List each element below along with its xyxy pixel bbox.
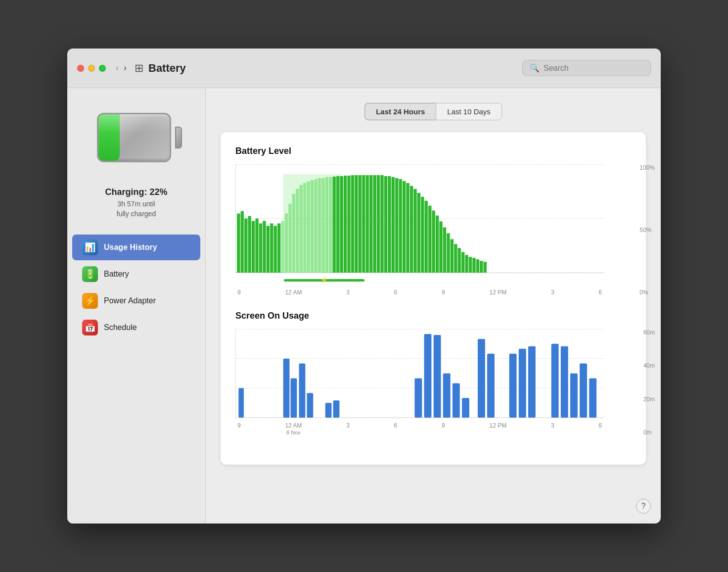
svg-rect-40 [380,175,383,273]
forward-arrow[interactable]: › [124,63,127,73]
last-10-days-button[interactable]: Last 10 Days [436,103,502,120]
maximize-button[interactable] [99,65,106,72]
screen-usage-title: Screen On Usage [235,311,631,321]
svg-rect-54 [432,211,435,273]
segment-control: Last 24 Hours Last 10 Days [221,103,646,120]
battery-level-chart: ⚡ [235,164,604,273]
svg-rect-71 [291,378,297,418]
svg-rect-45 [399,179,402,273]
svg-rect-25 [325,177,328,273]
sidebar-item-schedule[interactable]: 📅 Schedule [72,315,200,340]
svg-rect-46 [403,181,406,273]
close-button[interactable] [77,65,84,72]
battery-nav-icon: 🔋 [82,266,98,282]
svg-rect-13 [281,221,284,273]
svg-rect-19 [303,183,306,273]
screen-usage-chart [235,329,604,418]
battery-level-section: Battery Level [235,146,631,296]
battery-icon [97,113,176,172]
svg-rect-67 [480,261,483,273]
svg-rect-83 [487,354,495,418]
svg-rect-51 [421,197,424,273]
svg-rect-24 [321,178,324,273]
svg-rect-39 [377,175,380,273]
svg-rect-49 [413,189,416,273]
svg-rect-35 [362,175,365,273]
screen-x-labels: 9 12 AM 8 Nov 3 6 9 12 PM 3 6 [235,422,604,436]
svg-rect-55 [436,216,439,273]
content-area: Last 24 Hours Last 10 Days Battery Level [206,88,661,524]
minimize-button[interactable] [88,65,95,72]
svg-rect-60 [454,244,457,273]
sidebar-item-battery[interactable]: 🔋 Battery [72,261,200,287]
svg-rect-33 [355,175,358,273]
last-24-hours-button[interactable]: Last 24 Hours [364,103,436,120]
svg-rect-18 [300,185,303,273]
svg-rect-69 [238,388,244,418]
svg-rect-20 [307,182,310,273]
svg-rect-30 [344,176,347,273]
svg-rect-82 [478,339,485,418]
svg-rect-50 [417,193,420,273]
charging-time: 3h 57m until fully charged [117,199,156,219]
svg-rect-15 [288,204,291,273]
svg-rect-6 [255,219,258,273]
svg-rect-65 [472,258,475,273]
svg-rect-87 [551,344,559,418]
svg-rect-21 [311,180,314,273]
schedule-icon: 📅 [82,320,98,335]
svg-rect-48 [410,186,413,273]
svg-rect-81 [462,398,469,418]
svg-rect-79 [443,374,451,418]
sidebar-item-power-adapter[interactable]: ⚡ Power Adapter [72,288,200,314]
svg-rect-17 [296,189,299,273]
svg-rect-80 [453,383,460,418]
svg-rect-77 [424,334,432,418]
nav-arrows: ‹ › [116,63,127,73]
window-title: Battery [148,62,522,75]
svg-rect-78 [434,335,441,418]
grid-icon[interactable]: ⊞ [135,62,143,75]
screen-y-labels: 60m 40m 20m 0m [643,329,655,436]
search-box[interactable]: 🔍 [522,60,651,76]
svg-rect-90 [580,364,587,418]
svg-rect-76 [414,378,422,418]
battery-level-title: Battery Level [235,146,631,156]
search-icon: 🔍 [530,63,540,73]
charging-status: Charging: 22% [105,187,167,197]
svg-rect-70 [283,359,290,418]
screen-usage-section: Screen On Usage [235,311,631,436]
svg-rect-4 [248,216,251,273]
svg-rect-91 [589,378,596,418]
main-content: Charging: 22% 3h 57m until fully charged… [67,88,661,524]
back-arrow[interactable]: ‹ [116,63,119,73]
app-window: ‹ › ⊞ Battery 🔍 Cha [67,48,661,524]
svg-rect-85 [519,349,526,418]
svg-rect-11 [274,226,277,273]
svg-rect-74 [325,403,332,418]
svg-rect-29 [340,176,343,273]
svg-rect-53 [428,206,431,273]
svg-rect-10 [270,223,273,273]
svg-rect-62 [461,252,464,273]
search-input[interactable] [544,64,643,73]
sidebar-label-battery: Battery [104,270,129,279]
svg-rect-58 [447,233,450,273]
power-adapter-icon: ⚡ [82,293,98,309]
svg-rect-63 [465,255,468,273]
svg-rect-3 [244,219,247,273]
titlebar: ‹ › ⊞ Battery 🔍 [67,48,661,88]
svg-rect-86 [528,346,536,418]
svg-rect-16 [292,194,295,273]
help-button[interactable]: ? [636,499,651,514]
svg-rect-57 [443,227,446,273]
svg-rect-43 [392,177,395,273]
svg-rect-47 [406,183,409,273]
svg-rect-56 [439,221,442,273]
svg-rect-32 [351,175,354,273]
sidebar-item-usage-history[interactable]: 📊 Usage History [72,235,200,260]
svg-rect-31 [347,176,350,273]
charts-panel: Battery Level [221,132,646,465]
svg-rect-66 [476,259,479,273]
svg-rect-7 [259,223,262,273]
